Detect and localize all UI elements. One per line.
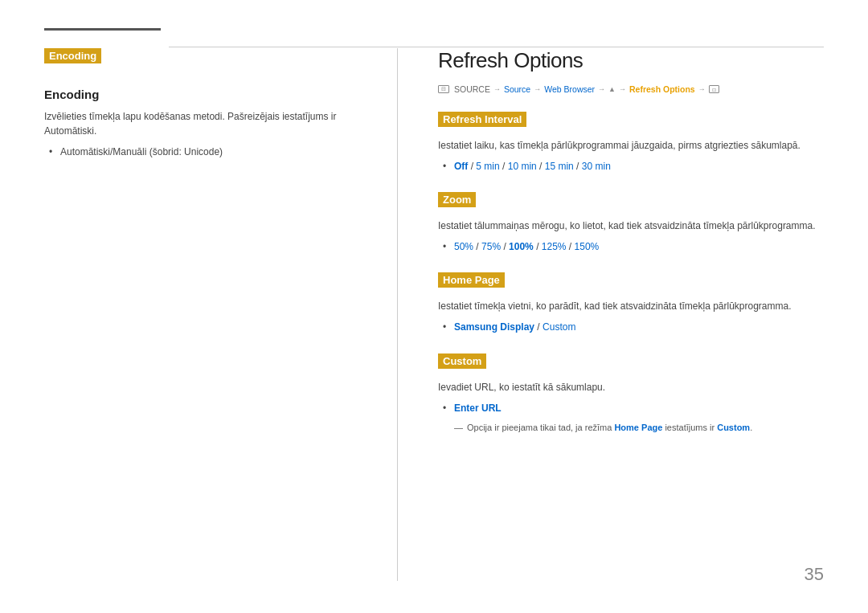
breadcrumb-source-label: SOURCE xyxy=(454,84,490,94)
breadcrumb-arrow3: → xyxy=(598,85,605,93)
left-column: Encoding Encoding Izvēlieties tīmekļa la… xyxy=(44,48,398,581)
opt-enter-url: Enter URL xyxy=(454,403,502,414)
breadcrumb: ⊟ SOURCE → Source → Web Browser → ▲ → Re… xyxy=(438,84,824,94)
refresh-interval-heading: Refresh Interval xyxy=(438,112,526,127)
sep1: / xyxy=(468,161,476,172)
opt-75: 75% xyxy=(481,241,501,252)
page-number: 35 xyxy=(805,564,824,585)
opt-100: 100% xyxy=(509,241,534,252)
homepage-options: Samsung Display / Custom xyxy=(454,320,824,335)
page-title: Refresh Options xyxy=(438,48,824,73)
breadcrumb-up-arrow: ▲ xyxy=(608,85,616,93)
sep8: / xyxy=(567,241,575,252)
breadcrumb-active: Refresh Options xyxy=(629,84,695,94)
zoom-options: 50% / 75% / 100% / 125% / 150% xyxy=(454,239,824,255)
homepage-desc: Iestatiet tīmekļa vietni, ko parādīt, ka… xyxy=(438,299,824,313)
sep3: / xyxy=(537,161,545,172)
breadcrumb-link-source[interactable]: Source xyxy=(504,84,530,94)
breadcrumb-arrow4: → xyxy=(619,85,626,93)
encoding-description: Izvēlieties tīmekļa lapu kodēšanas metod… xyxy=(44,109,365,138)
refresh-interval-options: Off / 5 min / 10 min / 15 min / 30 min xyxy=(454,159,824,174)
sep9: / xyxy=(534,321,542,333)
custom-heading: Custom xyxy=(438,353,486,369)
note-end: . xyxy=(750,423,752,432)
opt-samsung: Samsung Display xyxy=(454,321,534,333)
note-mid: iestatījums ir xyxy=(662,423,717,432)
note-prefix: Opcija ir pieejama tikai tad, ja režīma xyxy=(467,423,614,432)
custom-note: — Opcija ir pieejama tikai tad, ja režīm… xyxy=(454,421,824,435)
encoding-label: Encoding xyxy=(44,48,101,63)
opt-50: 50% xyxy=(454,241,473,252)
refresh-interval-section: Refresh Interval Iestatiet laiku, kas tī… xyxy=(438,112,824,174)
custom-section: Custom Ievadiet URL, ko iestatīt kā sāku… xyxy=(438,353,824,435)
refresh-interval-desc: Iestatiet laiku, kas tīmekļa pārlūkprogr… xyxy=(438,138,824,153)
custom-options: Enter URL xyxy=(454,401,824,416)
opt-150: 150% xyxy=(575,241,600,252)
opt-15min: 15 min xyxy=(545,161,574,172)
opt-custom-hp: Custom xyxy=(542,321,575,333)
breadcrumb-arrow2: → xyxy=(534,85,541,93)
opt-125: 125% xyxy=(542,241,567,252)
encoding-title: Encoding xyxy=(44,88,365,101)
zoom-section: Zoom Iestatiet tālummaiņas mērogu, ko li… xyxy=(438,192,824,255)
top-divider xyxy=(169,47,824,47)
note-text: Opcija ir pieejama tikai tad, ja režīma … xyxy=(467,421,752,435)
sep6: / xyxy=(501,241,509,252)
homepage-heading: Home Page xyxy=(438,272,505,288)
breadcrumb-link-webbrowser[interactable]: Web Browser xyxy=(544,84,595,94)
custom-desc: Ievadiet URL, ko iestatīt kā sākumlapu. xyxy=(438,380,824,394)
sep5: / xyxy=(473,241,481,252)
opt-off: Off xyxy=(454,161,468,172)
breadcrumb-end-icon: ⊡ xyxy=(709,85,719,93)
sep4: / xyxy=(574,161,582,172)
breadcrumb-arrow5: → xyxy=(698,85,706,93)
note-custom-link: Custom xyxy=(717,423,750,432)
opt-5min: 5 min xyxy=(476,161,499,172)
opt-30min: 30 min xyxy=(582,161,611,172)
sep7: / xyxy=(534,241,542,252)
breadcrumb-arrow1: → xyxy=(493,85,501,93)
homepage-section: Home Page Iestatiet tīmekļa vietni, ko p… xyxy=(438,272,824,335)
opt-10min: 10 min xyxy=(508,161,537,172)
note-dash: — xyxy=(454,421,463,435)
sep2: / xyxy=(500,161,508,172)
encoding-bullet: Automātiski/Manuāli (šobrid: Unicode) xyxy=(60,145,365,159)
note-homepage-link: Home Page xyxy=(614,423,662,432)
zoom-heading: Zoom xyxy=(438,192,476,207)
right-column: Refresh Options ⊟ SOURCE → Source → Web … xyxy=(398,48,824,581)
source-icon: ⊟ xyxy=(438,85,449,93)
zoom-desc: Iestatiet tālummaiņas mērogu, ko lietot,… xyxy=(438,219,824,233)
